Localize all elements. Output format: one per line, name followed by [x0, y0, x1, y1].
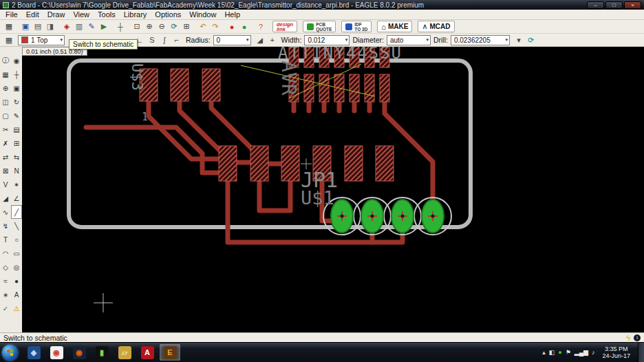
hidden-icons-chevron[interactable]: ▴	[542, 349, 546, 356]
close-button[interactable]: ×	[624, 1, 641, 9]
board-window-icon[interactable]: ▦	[3, 21, 15, 32]
grid-icon[interactable]: ┼	[114, 21, 127, 32]
quick-route-lightning-icon[interactable]: ϟ	[626, 334, 630, 342]
tool-circle[interactable]: ○	[11, 233, 22, 246]
undo-icon[interactable]: ↶	[197, 21, 209, 32]
width-select[interactable]: 0.012 ▾	[304, 35, 350, 45]
taskbar-app-adobe-reader[interactable]: A	[137, 344, 158, 361]
network-icon[interactable]: ▂▄▆	[575, 349, 588, 356]
tool-replace[interactable]: ⇆	[11, 150, 22, 164]
tool-wire[interactable]: ╲	[11, 219, 22, 233]
run-ulp-icon[interactable]: ▶	[98, 21, 110, 32]
tool-copy[interactable]: ▣	[11, 81, 22, 95]
menu-item-draw[interactable]: Draw	[43, 10, 69, 19]
menu-item-file[interactable]: File	[1, 10, 22, 19]
tool-mark[interactable]: ┼	[11, 67, 22, 81]
maximize-button[interactable]: □	[605, 1, 623, 9]
radius-select[interactable]: 0 ▾	[213, 35, 251, 45]
tray-app-icon[interactable]: ◧	[549, 349, 555, 356]
tool-move[interactable]: ⊕	[0, 81, 11, 95]
taskbar-app-console[interactable]: ▮	[92, 344, 112, 361]
wire-straight-icon[interactable]: +	[266, 34, 279, 45]
drill-select[interactable]: 0.02362205 ▾	[451, 35, 510, 45]
tool-polygon[interactable]: ◇	[0, 260, 11, 274]
component-u3-pads[interactable]	[140, 69, 220, 101]
taskbar-app-app-blue[interactable]: ◈	[23, 344, 44, 361]
wire-bend-curve-icon[interactable]: ʃ	[158, 34, 171, 45]
wire-bend-45-icon[interactable]: ⌐	[171, 34, 183, 45]
tool-change[interactable]: ✎	[11, 109, 22, 123]
tool-smash[interactable]: ✶	[11, 178, 22, 191]
refresh-icon[interactable]: ⟳	[525, 34, 537, 45]
tool-rect[interactable]: ▭	[11, 246, 22, 260]
tool-show[interactable]: ◉	[11, 54, 22, 67]
use-library-icon[interactable]: ◈	[61, 21, 73, 32]
tool-delete[interactable]: ✗	[0, 136, 11, 150]
menu-item-tools[interactable]: Tools	[94, 10, 120, 19]
tool-paste[interactable]: ▤	[11, 123, 22, 136]
menu-item-help[interactable]: Help	[220, 10, 244, 19]
show-desktop-button[interactable]	[638, 343, 644, 362]
antivirus-icon[interactable]: ●	[558, 349, 561, 356]
tool-add[interactable]: ⊞	[11, 136, 22, 150]
zoom-redraw-icon[interactable]: ⟳	[168, 21, 180, 32]
tool-info[interactable]: ⓘ	[0, 54, 11, 67]
drill-select-icon[interactable]: ▾	[513, 34, 525, 45]
tool-pinswap[interactable]: ⇄	[0, 150, 11, 164]
taskbar-app-eagle[interactable]: E	[160, 344, 180, 361]
menu-item-edit[interactable]: Edit	[22, 10, 43, 19]
layer-select[interactable]: 1 Top ▾	[18, 35, 65, 45]
zoom-fit-icon[interactable]: ⊡	[131, 21, 143, 32]
taskbar-app-firefox[interactable]: ◉	[69, 344, 89, 361]
zoom-in-icon[interactable]: ⊕	[143, 21, 155, 32]
taskbar-app-folder[interactable]: ▱	[114, 344, 135, 361]
status-info-icon[interactable]: i	[634, 334, 641, 341]
tool-text[interactable]: T	[0, 233, 11, 246]
zoom-out-icon[interactable]: ⊖	[155, 21, 168, 32]
zoom-select-icon[interactable]: ⊞	[180, 21, 193, 32]
miter-icon[interactable]: ◢	[254, 34, 266, 45]
go-icon[interactable]: ●	[238, 21, 250, 32]
stop-icon[interactable]: ●	[226, 21, 238, 32]
tool-via[interactable]: ◎	[11, 260, 22, 274]
tool-mirror[interactable]: ◫	[0, 95, 11, 109]
tool-signal[interactable]: ≈	[0, 274, 11, 288]
tool-ratsnest[interactable]: ∗	[0, 288, 11, 301]
tool-rotate[interactable]: ↻	[11, 95, 22, 109]
design-manager-icon[interactable]: ▥	[73, 21, 85, 32]
board-canvas[interactable]: 0.01 inch (0.51 0.80)	[22, 47, 644, 332]
tool-group[interactable]: ▢	[0, 109, 11, 123]
tool-ripup[interactable]: ↯	[0, 219, 11, 233]
tool-value[interactable]: V	[0, 178, 11, 191]
tool-cut[interactable]: ✂	[0, 123, 11, 136]
pcb-quote-button[interactable]: PCB QUOTE	[303, 21, 336, 32]
tool-display[interactable]: ▦	[0, 67, 11, 81]
save-icon[interactable]: ▣	[19, 21, 32, 32]
wire-bend-round-icon[interactable]: S	[146, 34, 158, 45]
minimize-button[interactable]: –	[587, 1, 604, 9]
menu-item-window[interactable]: Window	[185, 10, 220, 19]
tool-hole[interactable]: ●	[11, 274, 22, 288]
idf-to-3d-button[interactable]: IDF TO 3D	[341, 21, 372, 32]
board-drawing[interactable]: U$3 1 AVR ATTINY44SSU JP1 U$1	[22, 47, 644, 332]
tool-errors[interactable]: ⚠	[11, 301, 22, 315]
design-link-button[interactable]: design link	[272, 21, 297, 32]
volume-icon[interactable]: ♪	[592, 349, 595, 356]
start-button[interactable]	[2, 345, 18, 361]
menu-item-view[interactable]: View	[69, 10, 94, 19]
tool-route[interactable]: ╱	[11, 205, 22, 219]
menu-item-library[interactable]: Library	[120, 10, 151, 19]
tool-optimize[interactable]: ∿	[0, 205, 11, 219]
menu-item-options[interactable]: Options	[151, 10, 185, 19]
tool-auto[interactable]: A	[11, 288, 22, 301]
tool-drc[interactable]: ✓	[0, 301, 11, 315]
cam-processor-icon[interactable]: ◨	[44, 21, 56, 32]
script-icon[interactable]: ✎	[85, 21, 98, 32]
help-icon[interactable]: ?	[255, 21, 267, 32]
tool-arc[interactable]: ◠	[0, 246, 11, 260]
diameter-select[interactable]: auto ▾	[387, 35, 431, 45]
print-icon[interactable]: ▤	[32, 21, 44, 32]
make-button[interactable]: ⌂ MAKE	[377, 21, 412, 32]
action-center-flag-icon[interactable]: ⚑	[566, 349, 571, 356]
taskbar-app-chrome[interactable]: ◉	[46, 344, 67, 361]
